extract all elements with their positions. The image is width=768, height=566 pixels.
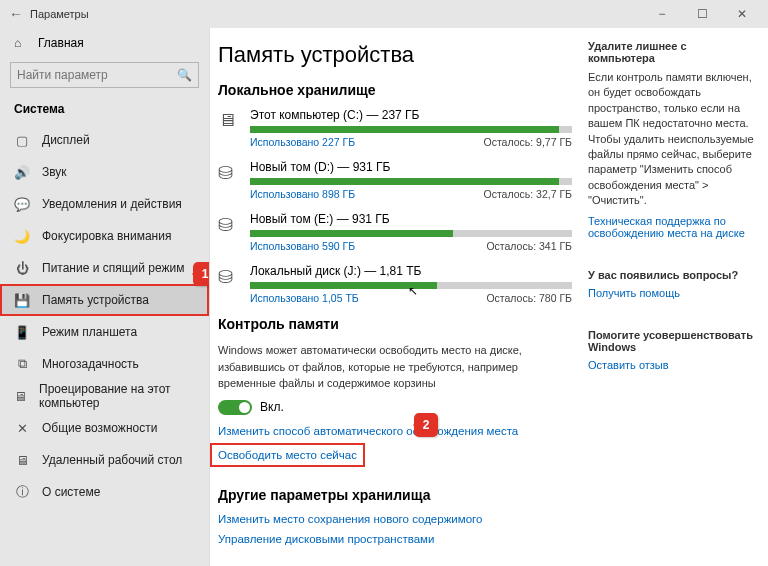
nav-icon: 📱: [14, 325, 30, 340]
drive-free-label: Осталось: 780 ГБ: [486, 292, 572, 304]
sidebar-item[interactable]: ✕Общие возможности: [0, 412, 209, 444]
other-storage-header: Другие параметры хранилища: [218, 487, 572, 503]
drive-name: Локальный диск (J:) — 1,81 ТБ: [250, 264, 572, 278]
search-input[interactable]: [17, 68, 177, 82]
usage-bar: [250, 282, 572, 289]
right-b2-title: У вас появились вопросы?: [588, 269, 754, 281]
drive-row[interactable]: ⛁Новый том (D:) — 931 ГБИспользовано 898…: [218, 160, 572, 200]
nav-icon: 🖥: [14, 453, 30, 468]
right-b1-text: Если контроль памяти включен, он будет о…: [588, 70, 754, 209]
nav-icon: ✕: [14, 421, 30, 436]
search-icon: 🔍: [177, 68, 192, 82]
disk-icon: ⛁: [218, 162, 240, 184]
sidebar-item[interactable]: ⧉Многозадачность: [0, 348, 209, 380]
usage-bar: [250, 178, 572, 185]
page-title: Память устройства: [218, 42, 572, 68]
nav-label: Многозадачность: [42, 357, 139, 371]
group-header: Система: [0, 96, 209, 124]
drive-name: Этот компьютер (C:) — 237 ГБ: [250, 108, 572, 122]
disk-icon: ⛁: [218, 266, 240, 288]
nav-label: О системе: [42, 485, 100, 499]
nav-icon: 💾: [14, 293, 30, 308]
toggle-switch-icon: [218, 400, 252, 415]
drive-free-label: Осталось: 32,7 ГБ: [483, 188, 572, 200]
storage-sense-desc: Windows может автоматически освободить м…: [218, 342, 528, 392]
right-b3-link[interactable]: Оставить отзыв: [588, 359, 669, 371]
sidebar-item[interactable]: 📱Режим планшета: [0, 316, 209, 348]
drive-used-link[interactable]: Использовано 1,05 ТБ: [250, 292, 359, 304]
right-b3-title: Помогите усовершенствовать Windows: [588, 329, 754, 353]
nav-label: Питание и спящий режим: [42, 261, 185, 275]
right-b2-link[interactable]: Получить помощь: [588, 287, 680, 299]
nav-label: Уведомления и действия: [42, 197, 182, 211]
nav-icon: 🌙: [14, 229, 30, 244]
disk-icon: ⛁: [218, 214, 240, 236]
nav-label: Дисплей: [42, 133, 90, 147]
drive-row[interactable]: ⛁Локальный диск (J:) — 1,81 ТБИспользова…: [218, 264, 572, 304]
sidebar-item[interactable]: 🔊Звук: [0, 156, 209, 188]
sidebar-item[interactable]: 🖥Проецирование на этот компьютер: [0, 380, 209, 412]
sidebar-item[interactable]: ⓘО системе: [0, 476, 209, 508]
drive-used-link[interactable]: Использовано 898 ГБ: [250, 188, 355, 200]
drive-free-label: Осталось: 9,77 ГБ: [483, 136, 572, 148]
usage-bar: [250, 126, 572, 133]
drive-row[interactable]: ⛁Новый том (E:) — 931 ГБИспользовано 590…: [218, 212, 572, 252]
sidebar-item[interactable]: 💬Уведомления и действия: [0, 188, 209, 220]
link-free-now[interactable]: Освободить место сейчас: [212, 445, 363, 465]
link-change-save-location[interactable]: Изменить место сохранения нового содержи…: [218, 513, 572, 525]
nav-label: Память устройства: [42, 293, 149, 307]
minimize-button[interactable]: −: [642, 7, 682, 21]
home-icon: ⌂: [14, 36, 28, 50]
drive-used-link[interactable]: Использовано 227 ГБ: [250, 136, 355, 148]
drive-row[interactable]: 🖥Этот компьютер (C:) — 237 ГБИспользован…: [218, 108, 572, 148]
home-row[interactable]: ⌂ Главная: [0, 28, 209, 58]
nav-label: Звук: [42, 165, 67, 179]
content: Память устройства Локальное хранилище 🖥Э…: [210, 28, 588, 566]
annotation-badge-1: 1: [193, 262, 209, 286]
right-b1-title: Удалите лишнее с компьютера: [588, 40, 754, 64]
drives-list: 🖥Этот компьютер (C:) — 237 ГБИспользован…: [218, 108, 572, 304]
search-box[interactable]: 🔍: [10, 62, 199, 88]
nav-icon: ⓘ: [14, 483, 30, 501]
nav-label: Проецирование на этот компьютер: [39, 382, 195, 410]
drive-name: Новый том (D:) — 931 ГБ: [250, 160, 572, 174]
right-b1-link[interactable]: Техническая поддержка по освобождению ме…: [588, 215, 754, 239]
sidebar-item[interactable]: 🖥Удаленный рабочий стол: [0, 444, 209, 476]
nav-icon: 🖥: [14, 389, 27, 404]
nav-icon: ⧉: [14, 356, 30, 372]
window-title: Параметры: [30, 8, 89, 20]
drive-used-link[interactable]: Использовано 590 ГБ: [250, 240, 355, 252]
close-button[interactable]: ✕: [722, 7, 762, 21]
nav-label: Общие возможности: [42, 421, 157, 435]
sidebar-item[interactable]: ⏻Питание и спящий режим: [0, 252, 209, 284]
maximize-button[interactable]: ☐: [682, 7, 722, 21]
nav-label: Удаленный рабочий стол: [42, 453, 182, 467]
sidebar-item[interactable]: 🌙Фокусировка внимания: [0, 220, 209, 252]
usage-bar: [250, 230, 572, 237]
nav-list: ▢Дисплей🔊Звук💬Уведомления и действия🌙Фок…: [0, 124, 209, 566]
titlebar: ← Параметры − ☐ ✕: [0, 0, 768, 28]
storage-sense-toggle[interactable]: Вкл.: [218, 400, 572, 415]
nav-icon: ▢: [14, 133, 30, 148]
toggle-label: Вкл.: [260, 400, 284, 414]
sidebar: ⌂ Главная 🔍 Система ▢Дисплей🔊Звук💬Уведом…: [0, 28, 210, 566]
pc-icon: 🖥: [218, 110, 240, 132]
annotation-badge-2: 2: [414, 413, 438, 437]
sidebar-item[interactable]: 💾Память устройства1: [0, 284, 209, 316]
nav-icon: 🔊: [14, 165, 30, 180]
link-storage-spaces[interactable]: Управление дисковыми пространствами: [218, 533, 572, 545]
nav-icon: ⏻: [14, 261, 30, 276]
back-button[interactable]: ←: [6, 6, 26, 22]
local-storage-header: Локальное хранилище: [218, 82, 572, 98]
nav-label: Режим планшета: [42, 325, 137, 339]
sidebar-item[interactable]: ▢Дисплей: [0, 124, 209, 156]
right-column: Удалите лишнее с компьютера Если контрол…: [588, 28, 768, 566]
home-label: Главная: [38, 36, 84, 50]
drive-name: Новый том (E:) — 931 ГБ: [250, 212, 572, 226]
link-change-auto-free[interactable]: Изменить способ автоматического освобожд…: [218, 425, 572, 437]
nav-label: Фокусировка внимания: [42, 229, 171, 243]
drive-free-label: Осталось: 341 ГБ: [486, 240, 572, 252]
nav-icon: 💬: [14, 197, 30, 212]
storage-sense-header: Контроль памяти: [218, 316, 572, 332]
